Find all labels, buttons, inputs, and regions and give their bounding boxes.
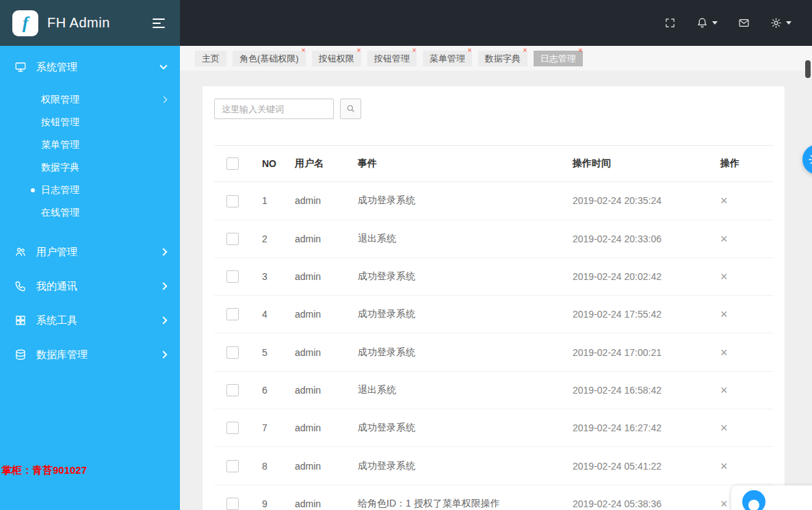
table-header-row: NO 用户名 事件 操作时间 操作: [214, 146, 774, 182]
select-all-checkbox[interactable]: [226, 157, 239, 170]
tab-button-permissions[interactable]: 按钮权限 ×: [312, 51, 361, 66]
row-checkbox[interactable]: [226, 498, 239, 510]
cell-no: 3: [257, 257, 289, 295]
row-checkbox[interactable]: [226, 460, 239, 472]
column-header-event: 事件: [352, 146, 567, 182]
row-checkbox[interactable]: [226, 384, 239, 396]
chevron-right-icon: [159, 248, 167, 255]
delete-row-icon[interactable]: ×: [720, 383, 728, 397]
cell-user: admin: [289, 485, 352, 510]
cell-time: 2019-02-24 20:33:06: [567, 220, 715, 257]
delete-row-icon[interactable]: ×: [720, 194, 728, 207]
tab-close-icon[interactable]: ×: [523, 47, 527, 54]
sidebar-toggle-icon[interactable]: [150, 16, 168, 31]
row-checkbox[interactable]: [226, 195, 239, 207]
cell-user: admin: [289, 257, 352, 295]
tab-log-management[interactable]: 日志管理 ×: [534, 51, 583, 66]
cell-event: 成功登录系统: [352, 257, 567, 295]
fullscreen-icon: [664, 17, 676, 29]
tab-label: 日志管理: [540, 53, 576, 64]
tab-label: 按钮管理: [374, 53, 410, 64]
delete-row-icon[interactable]: ×: [720, 421, 728, 435]
tab-label: 数据字典: [485, 53, 521, 64]
sidebar-subitem-online-management[interactable]: 在线管理: [0, 201, 180, 224]
sidebar-item-system-tools[interactable]: 系统工具: [0, 303, 180, 337]
delete-row-icon[interactable]: ×: [720, 270, 728, 283]
tab-home[interactable]: 主页: [195, 51, 226, 66]
tab-label: 菜单管理: [430, 53, 465, 64]
sidebar-item-system-management[interactable]: 系统管理: [0, 50, 180, 84]
tab-data-dictionary[interactable]: 数据字典 ×: [478, 51, 527, 66]
sidebar-subitem-log-management[interactable]: 日志管理: [0, 179, 180, 201]
column-header-time: 操作时间: [567, 146, 715, 182]
column-header-no: NO: [257, 146, 289, 182]
table-row: 6 admin 退出系统 2019-02-24 16:58:42 ×: [214, 371, 774, 409]
row-checkbox[interactable]: [226, 422, 239, 434]
cell-time: 2019-02-24 16:27:42: [567, 409, 715, 447]
tab-role-permissions[interactable]: 角色(基础权限) ×: [233, 51, 306, 66]
cell-event: 成功登录系统: [352, 182, 567, 220]
tab-close-icon[interactable]: ×: [467, 47, 471, 54]
column-header-user: 用户名: [289, 146, 352, 182]
search-icon: [346, 104, 356, 114]
row-checkbox[interactable]: [226, 346, 239, 359]
cell-no: 6: [257, 371, 289, 409]
tab-button-management[interactable]: 按钮管理 ×: [367, 51, 417, 66]
cell-event: 给角色ID：1 授权了菜单权限操作: [352, 485, 567, 510]
tab-menu-management[interactable]: 菜单管理 ×: [423, 51, 472, 66]
cell-time: 2019-02-24 20:35:24: [567, 182, 715, 220]
cell-user: admin: [289, 220, 352, 257]
sidebar-item-database-management[interactable]: 数据库管理: [0, 337, 180, 372]
delete-row-icon[interactable]: ×: [720, 497, 728, 510]
row-checkbox[interactable]: [226, 270, 239, 283]
cell-no: 5: [257, 333, 289, 371]
tab-close-icon[interactable]: ×: [356, 47, 361, 54]
delete-row-icon[interactable]: ×: [720, 232, 728, 246]
sidebar-header: f FH Admin: [0, 0, 180, 46]
notifications-button[interactable]: [696, 17, 718, 29]
cell-event: 成功登录系统: [352, 296, 567, 333]
delete-row-icon[interactable]: ×: [720, 307, 728, 321]
sidebar-item-user-management[interactable]: 用户管理: [0, 235, 180, 269]
sidebar-subitem-permission-management[interactable]: 权限管理: [0, 88, 180, 111]
topbar: [180, 0, 812, 46]
cell-user: admin: [289, 447, 352, 485]
search-input[interactable]: [214, 99, 334, 119]
database-icon: [14, 348, 27, 361]
cell-no: 1: [257, 182, 289, 220]
log-table: NO 用户名 事件 操作时间 操作 1 admin: [214, 145, 774, 510]
tab-close-icon[interactable]: ×: [412, 47, 416, 54]
row-checkbox[interactable]: [226, 233, 239, 245]
delete-row-icon[interactable]: ×: [720, 459, 728, 473]
tab-close-icon[interactable]: ×: [301, 47, 305, 54]
sidebar-subitem-menu-management[interactable]: 菜单管理: [0, 133, 180, 156]
fullscreen-button[interactable]: [664, 17, 676, 29]
grid-icon: [14, 314, 27, 327]
messages-button[interactable]: [738, 17, 750, 29]
sidebar-item-my-contacts[interactable]: 我的通讯: [0, 269, 180, 303]
table-row: 1 admin 成功登录系统 2019-02-24 20:35:24 ×: [214, 182, 774, 220]
column-header-action: 操作: [715, 146, 774, 182]
service-avatar-icon: [742, 490, 765, 510]
settings-button[interactable]: [770, 17, 791, 29]
mail-icon: [738, 17, 750, 29]
chevron-right-icon: [159, 316, 167, 324]
delete-row-icon[interactable]: ×: [720, 346, 728, 359]
tab-label: 主页: [202, 53, 220, 64]
log-panel: NO 用户名 事件 操作时间 操作 1 admin: [202, 86, 785, 510]
customer-service-widget[interactable]: [731, 485, 812, 510]
sidebar-subitem-label: 按钮管理: [41, 116, 79, 129]
sidebar-subitem-data-dictionary[interactable]: 数据字典: [0, 156, 180, 179]
table-row: 5 admin 成功登录系统 2019-02-24 17:00:21 ×: [214, 333, 774, 371]
row-checkbox[interactable]: [226, 308, 239, 320]
sidebar-item-label: 我的通讯: [36, 280, 77, 293]
table-row: 2 admin 退出系统 2019-02-24 20:33:06 ×: [214, 220, 774, 257]
watermark-text: 掌柜：青苔901027: [1, 464, 87, 477]
sidebar-item-label: 系统管理: [36, 61, 77, 74]
sidebar-item-label: 用户管理: [36, 246, 77, 259]
scrollbar-thumb[interactable]: [805, 60, 811, 78]
tab-close-icon[interactable]: ×: [578, 47, 582, 54]
app-root: f FH Admin 系统管理 权限管理 按钮管理: [0, 0, 812, 510]
sidebar-subitem-button-management[interactable]: 按钮管理: [0, 111, 180, 133]
search-button[interactable]: [340, 99, 361, 119]
